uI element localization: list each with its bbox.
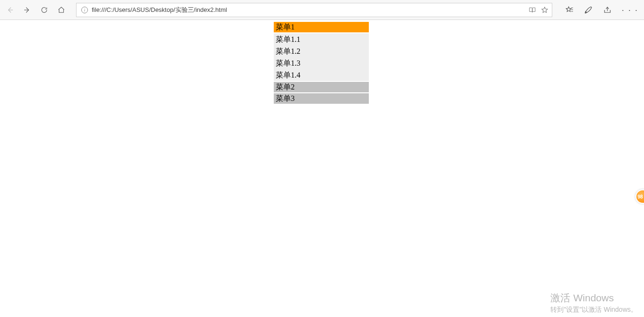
star-list-icon bbox=[565, 6, 574, 14]
share-icon bbox=[603, 6, 612, 14]
submenu-item[interactable]: 菜单1.3 bbox=[274, 57, 369, 69]
submenu-1: 菜单1.1 菜单1.2 菜单1.3 菜单1.4 bbox=[274, 33, 369, 81]
submenu-item-label: 菜单1.3 bbox=[276, 59, 300, 67]
reading-view-button[interactable] bbox=[528, 6, 537, 14]
refresh-icon bbox=[40, 6, 48, 14]
menu-header-label: 菜单1 bbox=[276, 23, 295, 31]
floating-badge[interactable]: 98 bbox=[635, 189, 644, 204]
menu-header-1[interactable]: 菜单1 bbox=[274, 22, 369, 32]
menu-header-3[interactable]: 菜单3 bbox=[274, 93, 369, 104]
windows-activation-watermark: 激活 Windows 转到"设置"以激活 Windows。 bbox=[550, 291, 637, 314]
back-button[interactable] bbox=[5, 5, 15, 15]
more-button[interactable]: · · · bbox=[622, 6, 638, 14]
menu-header-2[interactable]: 菜单2 bbox=[274, 82, 369, 92]
site-info-icon[interactable]: i bbox=[81, 7, 88, 13]
favorites-list-button[interactable] bbox=[565, 5, 574, 15]
menu-header-label: 菜单3 bbox=[276, 94, 295, 102]
page-content: 菜单1 菜单1.1 菜单1.2 菜单1.3 菜单1.4 菜单2 菜单3 bbox=[0, 20, 644, 22]
address-bar[interactable]: i file:///C:/Users/ASUS/Desktop/实验三/inde… bbox=[76, 3, 552, 17]
accordion-menu: 菜单1 菜单1.1 菜单1.2 菜单1.3 菜单1.4 菜单2 菜单3 bbox=[274, 22, 369, 104]
submenu-item-label: 菜单1.1 bbox=[276, 35, 300, 43]
submenu-item-label: 菜单1.2 bbox=[276, 47, 300, 55]
address-url: file:///C:/Users/ASUS/Desktop/实验三/index2… bbox=[92, 6, 524, 14]
share-button[interactable] bbox=[603, 5, 612, 15]
home-button[interactable] bbox=[56, 5, 67, 15]
browser-toolbar: i file:///C:/Users/ASUS/Desktop/实验三/inde… bbox=[0, 0, 644, 20]
watermark-subtitle: 转到"设置"以激活 Windows。 bbox=[550, 306, 637, 314]
notes-button[interactable] bbox=[584, 5, 593, 15]
favorite-button[interactable] bbox=[540, 6, 549, 14]
watermark-title: 激活 Windows bbox=[550, 291, 637, 305]
arrow-left-icon bbox=[6, 6, 14, 14]
star-icon bbox=[541, 6, 548, 14]
forward-button[interactable] bbox=[22, 5, 32, 15]
submenu-item[interactable]: 菜单1.2 bbox=[274, 45, 369, 57]
submenu-item-label: 菜单1.4 bbox=[276, 71, 300, 79]
submenu-item[interactable]: 菜单1.1 bbox=[274, 33, 369, 45]
menu-header-label: 菜单2 bbox=[276, 83, 295, 91]
arrow-right-icon bbox=[23, 6, 31, 14]
home-icon bbox=[58, 6, 65, 14]
floating-badge-text: 98 bbox=[637, 194, 643, 199]
more-icon: · · · bbox=[622, 5, 638, 15]
refresh-button[interactable] bbox=[39, 5, 49, 15]
book-icon bbox=[529, 6, 536, 14]
pen-icon bbox=[584, 6, 593, 14]
submenu-item[interactable]: 菜单1.4 bbox=[274, 69, 369, 81]
toolbar-right: · · · bbox=[565, 5, 641, 15]
